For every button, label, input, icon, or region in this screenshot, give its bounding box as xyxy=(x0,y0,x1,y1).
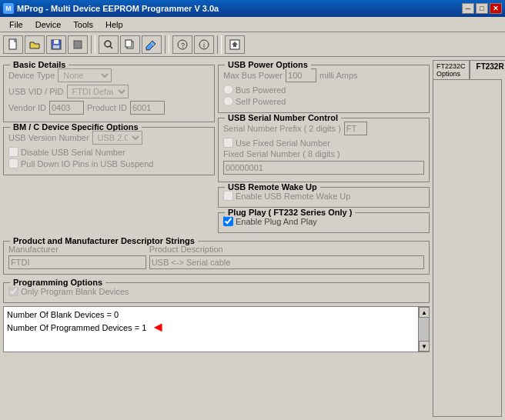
stop-button[interactable] xyxy=(68,35,88,54)
only-blank-label: Only Program Blank Devices xyxy=(21,287,129,296)
svg-text:i: i xyxy=(203,42,205,49)
menu-device[interactable]: Device xyxy=(29,18,68,31)
desc-row: Manufacturer Product Description xyxy=(8,245,424,269)
product-descriptor-group: Product and Manufacturer Descriptor Stri… xyxy=(3,241,430,275)
max-bus-input[interactable] xyxy=(286,68,316,82)
top-section: Basic Details Device Type None USB VID /… xyxy=(3,60,430,233)
vendor-product-row: Vendor ID Product ID xyxy=(8,101,209,115)
scroll-up-button[interactable]: ▲ xyxy=(419,307,430,318)
title-bar-text: MProg - Multi Device EEPROM Programmer V… xyxy=(17,4,219,13)
bus-powered-label: Bus Powered xyxy=(236,85,286,95)
help-button[interactable]: ? xyxy=(172,35,192,54)
vendor-id-input[interactable] xyxy=(49,101,84,115)
disable-serial-label: Disable USB Serial Number xyxy=(21,148,125,157)
output-line2-row: Number Of Programmed Devices = 1 ◄ xyxy=(7,319,415,335)
save-button[interactable] xyxy=(46,35,66,54)
self-powered-radio[interactable] xyxy=(223,96,233,106)
programming-options-title: Programming Options xyxy=(10,278,105,287)
svg-rect-2 xyxy=(54,40,59,44)
tab-ft232r[interactable]: FT232R xyxy=(470,60,505,79)
minimize-button[interactable]: ─ xyxy=(462,3,474,14)
serial-prefix-row: Serial Number Prefix ( 2 digits ) xyxy=(223,122,424,135)
product-desc-input[interactable] xyxy=(149,255,424,269)
new-file-button[interactable] xyxy=(3,35,23,54)
serial-prefix-input[interactable] xyxy=(344,122,367,135)
toolbar-separator-3 xyxy=(217,35,222,54)
pull-down-checkbox[interactable] xyxy=(8,158,18,168)
info-button[interactable]: i xyxy=(194,35,214,54)
pull-down-label: Pull Down IO Pins in USB Suspend xyxy=(21,159,153,168)
title-bar-buttons[interactable]: ─ □ ✕ xyxy=(462,3,502,14)
usb-vid-pid-select[interactable]: FTDI Default xyxy=(67,85,129,98)
usb-version-label: USB Version Number xyxy=(8,133,89,142)
self-powered-label: Self Powered xyxy=(236,97,286,106)
menu-file[interactable]: File xyxy=(3,18,29,31)
manufacturer-label: Manufacturer xyxy=(8,245,59,254)
only-blank-row: Only Program Blank Devices xyxy=(8,286,424,296)
enable-plug-checkbox[interactable] xyxy=(223,216,233,226)
right-options-panel: USB Power Options Max Bus Power milli Am… xyxy=(218,60,430,233)
menu-help[interactable]: Help xyxy=(99,18,129,31)
usb-vid-pid-row: USB VID / PID FTDI Default xyxy=(8,85,209,98)
max-bus-row: Max Bus Power milli Amps xyxy=(223,68,424,82)
serial-control-group: USB Serial Number Control Serial Number … xyxy=(218,118,430,182)
enable-wake-checkbox[interactable] xyxy=(223,191,233,201)
app-icon: M xyxy=(3,3,14,14)
title-bar: M MProg - Multi Device EEPROM Programmer… xyxy=(0,0,505,17)
title-bar-left: M MProg - Multi Device EEPROM Programmer… xyxy=(3,3,219,14)
use-fixed-row: Use Fixed Serial Number xyxy=(223,138,424,148)
scroll-down-button[interactable]: ▼ xyxy=(419,341,430,352)
only-blank-checkbox[interactable] xyxy=(8,286,18,296)
search-button[interactable] xyxy=(99,35,119,54)
output-line1: Number Of Blank Devices = 0 xyxy=(7,310,415,319)
edit-button[interactable] xyxy=(142,35,162,54)
programming-options-group: Programming Options Only Program Blank D… xyxy=(3,282,430,303)
svg-rect-8 xyxy=(125,40,132,47)
svg-line-6 xyxy=(110,46,112,48)
bus-powered-radio[interactable] xyxy=(223,85,233,95)
tabs-header: FT2232C Options FT232R xyxy=(433,60,502,79)
menu-bar: File Device Tools Help xyxy=(0,17,505,32)
maximize-button[interactable]: □ xyxy=(476,3,488,14)
self-powered-row: Self Powered xyxy=(223,96,424,106)
manufacturer-input[interactable] xyxy=(8,255,146,269)
bottom-panels: Product and Manufacturer Descriptor Stri… xyxy=(3,236,430,417)
pull-down-row: Pull Down IO Pins in USB Suspend xyxy=(8,158,209,168)
usb-version-row: USB Version Number USB 2.0 xyxy=(8,131,209,145)
fixed-serial-input-row xyxy=(223,161,424,175)
device-type-select[interactable]: None xyxy=(58,68,112,82)
serial-control-title: USB Serial Number Control xyxy=(225,113,341,122)
enable-plug-row: Enable Plug And Play xyxy=(223,216,424,226)
enable-plug-label: Enable Plug And Play xyxy=(236,217,317,226)
open-button[interactable] xyxy=(25,35,45,54)
plug-play-title: Plug Play ( FT232 Series Only ) xyxy=(225,208,355,217)
output-area: Number Of Blank Devices = 0 Number Of Pr… xyxy=(4,307,418,352)
usb-power-group: USB Power Options Max Bus Power milli Am… xyxy=(218,65,430,113)
bmc-options-group: BM / C Device Specific Options USB Versi… xyxy=(3,127,215,175)
menu-tools[interactable]: Tools xyxy=(67,18,99,31)
device-type-label: Device Type xyxy=(8,71,55,80)
fixed-serial-input[interactable] xyxy=(223,161,424,175)
product-id-input[interactable] xyxy=(130,101,165,115)
toolbar-separator-1 xyxy=(91,35,95,54)
left-panel: Basic Details Device Type None USB VID /… xyxy=(3,60,430,417)
usb-version-select[interactable]: USB 2.0 xyxy=(92,131,142,145)
red-arrow-icon: ◄ xyxy=(151,319,165,335)
enable-wake-row: Enable USB Remote Wake Up xyxy=(223,191,424,201)
usb-vid-pid-label: USB VID / PID xyxy=(8,87,64,96)
usb-power-title: USB Power Options xyxy=(225,60,311,69)
close-button[interactable]: ✕ xyxy=(490,3,502,14)
svg-point-5 xyxy=(105,41,111,47)
use-fixed-checkbox[interactable] xyxy=(223,138,233,148)
output-wrapper: Number Of Blank Devices = 0 Number Of Pr… xyxy=(3,306,430,352)
tab-content xyxy=(433,79,502,417)
use-fixed-label: Use Fixed Serial Number xyxy=(236,138,330,148)
svg-text:?: ? xyxy=(181,42,185,49)
manufacturer-col: Manufacturer xyxy=(8,245,146,269)
copy-button[interactable] xyxy=(120,35,140,54)
product-desc-col: Product Description xyxy=(149,245,424,269)
enable-wake-label: Enable USB Remote Wake Up xyxy=(236,192,350,201)
export-button[interactable] xyxy=(225,35,245,54)
disable-serial-checkbox[interactable] xyxy=(8,147,18,157)
tab-ft2232c[interactable]: FT2232C Options xyxy=(433,60,470,79)
